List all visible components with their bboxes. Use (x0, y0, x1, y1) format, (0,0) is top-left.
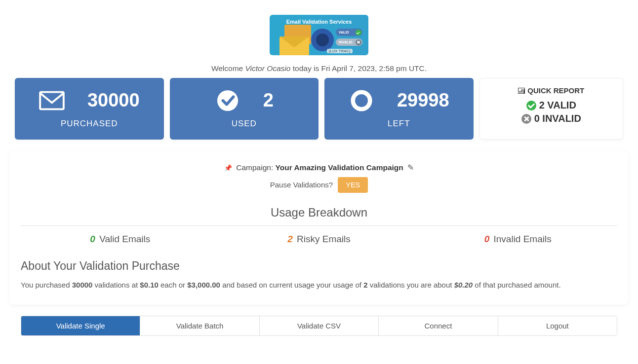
stat-left: 29998 LEFT (324, 78, 474, 140)
campaign-name: Your Amazing Validation Campaign (276, 163, 403, 172)
banner-invalid-pill: INVALID (336, 38, 362, 46)
quick-report-card: QUICK REPORT 2 VALID 0 INVALID (479, 78, 624, 140)
content-card: 📌 Campaign: Your Amazing Validation Camp… (10, 151, 628, 305)
quick-report-title: QUICK REPORT (486, 86, 617, 95)
stat-used: 2 USED (170, 78, 319, 140)
banner-gear-shape (311, 29, 334, 51)
x-circle-icon (521, 114, 531, 124)
svg-rect-0 (40, 92, 64, 109)
banner-logo-text: {LUX TRAC} (327, 49, 353, 53)
stats-row: 30000 PURCHASED 2 USED (15, 78, 623, 140)
campaign-line: 📌 Campaign: Your Amazing Validation Camp… (21, 163, 617, 172)
banner-valid-pill: VALID (336, 29, 362, 36)
about-text: You purchased 30000 validations at $0.10… (21, 280, 617, 291)
breakdown-invalid: 0 Invalid Emails (418, 234, 617, 245)
header-card: Email Validation Services VALID INVALID … (10, 5, 628, 145)
pencil-icon[interactable]: ✎ (407, 163, 414, 172)
breakdown-valid: 0 Valid Emails (21, 234, 220, 245)
tabs-row: Validate Single Validate Batch Validate … (21, 316, 617, 336)
tab-validate-single[interactable]: Validate Single (21, 316, 140, 335)
pause-line: Pause Validations? YES (21, 177, 617, 193)
svg-point-1 (217, 90, 238, 110)
breakdown-risky: 2 Risky Emails (220, 234, 419, 245)
stat-purchased: 30000 PURCHASED (15, 78, 164, 140)
pause-yes-button[interactable]: YES (338, 177, 368, 193)
welcome-line: Welcome Victor Ocasio today is Fri April… (15, 64, 623, 73)
stat-used-label: USED (232, 119, 257, 129)
circle-icon (349, 91, 374, 110)
tab-connect[interactable]: Connect (379, 316, 498, 335)
barchart-icon (518, 88, 525, 94)
stat-purchased-label: PURCHASED (61, 119, 118, 129)
welcome-date: Fri April 7, 2023, 2:58 pm UTC (321, 64, 424, 73)
check-circle-icon (215, 91, 240, 110)
quick-valid-line: 2 VALID (486, 100, 617, 111)
tab-validate-batch[interactable]: Validate Batch (140, 316, 259, 335)
check-circle-icon (526, 101, 536, 110)
username: Victor Ocasio (245, 64, 291, 73)
svg-point-2 (353, 92, 370, 109)
pin-icon: 📌 (224, 164, 232, 172)
check-icon (356, 30, 361, 36)
banner-image: Email Validation Services VALID INVALID … (270, 15, 368, 55)
tab-logout[interactable]: Logout (498, 316, 617, 335)
about-title: About Your Validation Purchase (21, 259, 617, 273)
x-icon (356, 39, 361, 45)
usage-breakdown-title: Usage Breakdown (21, 206, 617, 226)
banner-title: Email Validation Services (270, 15, 368, 25)
envelope-icon (279, 36, 309, 55)
breakdown-row: 0 Valid Emails 2 Risky Emails 0 Invalid … (21, 234, 617, 245)
stat-purchased-value: 30000 (87, 90, 140, 111)
quick-invalid-line: 0 INVALID (486, 113, 617, 124)
stat-left-label: LEFT (388, 119, 410, 129)
stat-left-value: 29998 (397, 90, 449, 111)
stat-used-value: 2 (263, 90, 274, 111)
tab-validate-csv[interactable]: Validate CSV (260, 316, 379, 335)
envelope-icon (39, 91, 65, 110)
